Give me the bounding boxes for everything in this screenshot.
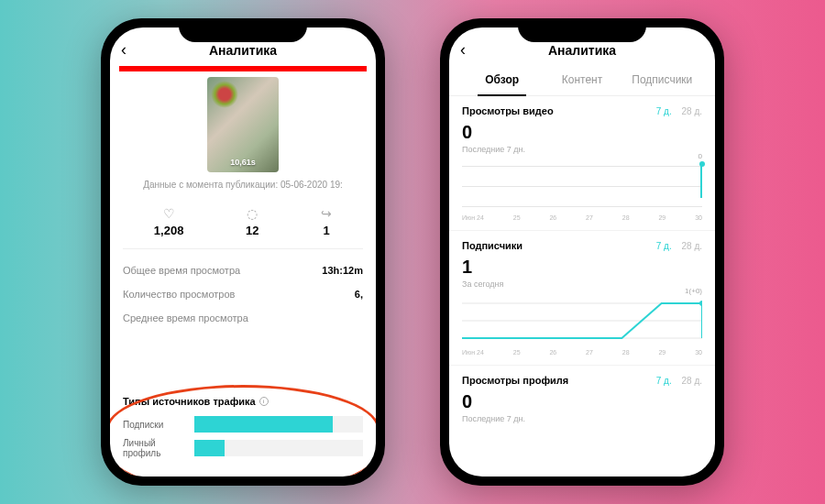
phone-right: ‹ Аналитика Обзор Контент Подписчики Про… <box>440 18 724 486</box>
profile-views-title: Просмотры профиля <box>462 375 568 386</box>
tab-overview[interactable]: Обзор <box>462 64 542 95</box>
followers-card: Подписчики 7 д. 28 д. 1 За сегодня 1(+0) <box>449 231 715 366</box>
watch-time-label: Общее время просмотра <box>123 265 240 276</box>
views-card: Просмотры видео 7 д. 28 д. 0 Последние 7… <box>449 96 715 231</box>
traffic-profile-row: Личный профиль <box>123 438 363 458</box>
traffic-title-text: Типы источников трафика <box>123 396 256 407</box>
followers-sub: За сегодня <box>462 279 702 289</box>
views-chart: 0 <box>462 161 702 211</box>
followers-marker: 1(+0) <box>685 287 702 295</box>
followers-xaxis: Июн 24252627282930 <box>462 349 702 356</box>
followers-range: 7 д. 28 д. <box>656 241 702 251</box>
views-value: 0 <box>462 122 702 143</box>
range-28d[interactable]: 28 д. <box>681 376 702 386</box>
traffic-title: Типы источников трафика i <box>123 396 363 407</box>
views-range: 7 д. 28 д. <box>656 106 702 116</box>
range-28d[interactable]: 28 д. <box>681 106 702 116</box>
tabs: Обзор Контент Подписчики <box>449 64 715 96</box>
page-title: Аналитика <box>548 43 616 58</box>
back-icon[interactable]: ‹ <box>460 40 466 60</box>
traffic-profile-label: Личный профиль <box>123 438 194 458</box>
phone-left: ‹ Аналитика 10,61s Данные с момента публ… <box>101 18 385 486</box>
profile-range: 7 д. 28 д. <box>656 376 702 386</box>
range-7d[interactable]: 7 д. <box>656 241 672 251</box>
views-sub: Последние 7 дн. <box>462 145 702 154</box>
publish-date: Данные с момента публикации: 05-06-2020 … <box>110 180 376 190</box>
traffic-subs-label: Подписки <box>123 420 194 430</box>
traffic-subs-row: Подписки <box>123 416 363 433</box>
range-28d[interactable]: 28 д. <box>681 241 702 251</box>
red-underline <box>119 66 367 71</box>
stats-row: ♡ 1,208 ◌ 12 ↪ 1 <box>123 199 363 249</box>
range-7d[interactable]: 7 д. <box>656 376 672 386</box>
metrics-list: Общее время просмотра 13h:12m Количество… <box>110 249 376 339</box>
views-row: Количество просмотров 6, <box>123 282 363 306</box>
traffic-section: Типы источников трафика i Подписки Личны… <box>110 389 376 477</box>
views-label: Количество просмотров <box>123 289 235 300</box>
heart-icon: ♡ <box>154 206 184 221</box>
avg-time-row: Среднее время просмотра <box>123 306 363 330</box>
avg-time-label: Среднее время просмотра <box>123 312 248 323</box>
watch-time-value: 13h:12m <box>322 265 363 276</box>
info-icon[interactable]: i <box>259 397 269 406</box>
screen-right: ‹ Аналитика Обзор Контент Подписчики Про… <box>449 27 715 477</box>
comments-stat[interactable]: ◌ 12 <box>246 206 258 237</box>
profile-views-sub: Последние 7 дн. <box>462 414 702 423</box>
traffic-subs-bar <box>194 416 363 433</box>
views-title: Просмотры видео <box>462 105 554 116</box>
screen-left: ‹ Аналитика 10,61s Данные с момента публ… <box>110 27 376 477</box>
comments-count: 12 <box>246 224 258 237</box>
share-icon: ↪ <box>321 206 332 221</box>
watch-time-row: Общее время просмотра 13h:12m <box>123 258 363 282</box>
profile-views-card: Просмотры профиля 7 д. 28 д. 0 Последние… <box>449 366 715 427</box>
video-duration: 10,61s <box>230 158 256 167</box>
notch <box>518 18 646 42</box>
shares-count: 1 <box>321 224 332 237</box>
video-thumbnail[interactable]: 10,61s <box>207 77 279 172</box>
svg-point-4 <box>699 301 702 306</box>
views-xaxis: Июн 24252627282930 <box>462 214 702 221</box>
back-icon[interactable]: ‹ <box>121 40 126 60</box>
followers-chart: 1(+0) <box>462 296 702 345</box>
shares-stat[interactable]: ↪ 1 <box>321 206 332 237</box>
traffic-profile-bar <box>194 440 363 456</box>
tab-followers[interactable]: Подписчики <box>622 64 702 95</box>
followers-title: Подписчики <box>462 240 522 251</box>
tab-content[interactable]: Контент <box>542 64 622 95</box>
profile-views-value: 0 <box>462 391 702 412</box>
views-marker: 0 <box>698 152 702 160</box>
comment-icon: ◌ <box>246 206 258 221</box>
range-7d[interactable]: 7 д. <box>656 106 672 116</box>
followers-value: 1 <box>462 257 702 278</box>
notch <box>179 18 307 42</box>
likes-stat[interactable]: ♡ 1,208 <box>154 206 184 237</box>
likes-count: 1,208 <box>154 224 184 237</box>
views-value: 6, <box>355 289 363 300</box>
page-title: Аналитика <box>209 43 277 58</box>
